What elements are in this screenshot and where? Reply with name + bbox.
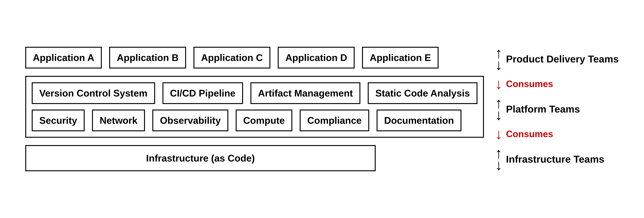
- platform-arrow-down-icon: ↓: [495, 109, 502, 121]
- security-label: Security: [39, 115, 77, 126]
- product-delivery-section: ↑ ↓ Product Delivery Teams: [495, 42, 619, 76]
- security-box: Security: [32, 110, 85, 131]
- arrow-down-icon: ↓: [495, 59, 502, 71]
- documentation-label: Documentation: [384, 115, 454, 126]
- infrastructure-teams-label: Infrastructure Teams: [506, 153, 604, 165]
- infrastructure-label: Infrastructure (as Code): [146, 153, 255, 164]
- sca-box: Static Code Analysis: [368, 82, 477, 104]
- app-b-box: Application B: [109, 47, 186, 68]
- product-delivery-label: Product Delivery Teams: [506, 53, 619, 65]
- left-section: Application A Application B Application …: [25, 47, 484, 171]
- platform-top-row: Version Control System CI/CD Pipeline Ar…: [32, 82, 478, 104]
- app-a-label: Application A: [33, 52, 94, 63]
- consumes-2-section: ↓ Consumes: [495, 126, 553, 142]
- platform-teams-section: ↑ ↓ Platform Teams: [495, 92, 580, 126]
- vcs-label: Version Control System: [39, 88, 148, 99]
- app-e-label: Application E: [370, 52, 431, 63]
- observability-box: Observability: [152, 110, 228, 131]
- infrastructure-teams-section: ↑ ↓ Infrastructure Teams: [495, 142, 604, 176]
- cicd-box: CI/CD Pipeline: [162, 82, 243, 104]
- applications-row: Application A Application B Application …: [25, 47, 484, 68]
- consumes-1-arrow-icon: ↓: [495, 78, 502, 90]
- infra-arrow-down-icon: ↓: [495, 159, 502, 171]
- consumes-2-label: Consumes: [506, 129, 553, 139]
- app-d-label: Application D: [285, 52, 347, 63]
- compliance-label: Compliance: [307, 115, 362, 126]
- infrastructure-box: Infrastructure (as Code): [25, 145, 376, 171]
- vcs-box: Version Control System: [32, 82, 155, 104]
- consumes-1-label: Consumes: [506, 79, 553, 89]
- app-d-box: Application D: [278, 47, 355, 68]
- app-c-label: Application C: [201, 52, 263, 63]
- right-sidebar: ↑ ↓ Product Delivery Teams ↓ Consumes ↑ …: [495, 42, 619, 176]
- compute-box: Compute: [236, 110, 292, 131]
- app-b-label: Application B: [117, 52, 178, 63]
- cicd-label: CI/CD Pipeline: [170, 88, 236, 99]
- infrastructure-row: Infrastructure (as Code): [25, 145, 484, 171]
- network-label: Network: [100, 115, 138, 126]
- documentation-box: Documentation: [376, 110, 462, 131]
- compute-label: Compute: [243, 115, 285, 126]
- sca-label: Static Code Analysis: [375, 88, 470, 99]
- diagram-container: Application A Application B Application …: [14, 30, 630, 188]
- artifact-label: Artifact Management: [258, 88, 353, 99]
- app-e-box: Application E: [362, 47, 438, 68]
- compliance-box: Compliance: [300, 110, 369, 131]
- app-c-box: Application C: [194, 47, 270, 68]
- artifact-box: Artifact Management: [250, 82, 360, 104]
- network-box: Network: [92, 110, 145, 131]
- platform-section: Version Control System CI/CD Pipeline Ar…: [25, 76, 484, 138]
- infrastructure-teams-arrow: ↑ ↓: [495, 147, 502, 171]
- app-a-box: Application A: [25, 47, 102, 68]
- consumes-2-arrow-icon: ↓: [495, 128, 502, 140]
- platform-teams-label: Platform Teams: [506, 103, 580, 115]
- platform-bottom-row: Security Network Observability Compute C…: [32, 110, 478, 131]
- product-delivery-arrow: ↑ ↓: [495, 47, 502, 71]
- consumes-1-section: ↓ Consumes: [495, 76, 553, 92]
- observability-label: Observability: [160, 115, 220, 126]
- platform-teams-arrow: ↑ ↓: [495, 97, 502, 121]
